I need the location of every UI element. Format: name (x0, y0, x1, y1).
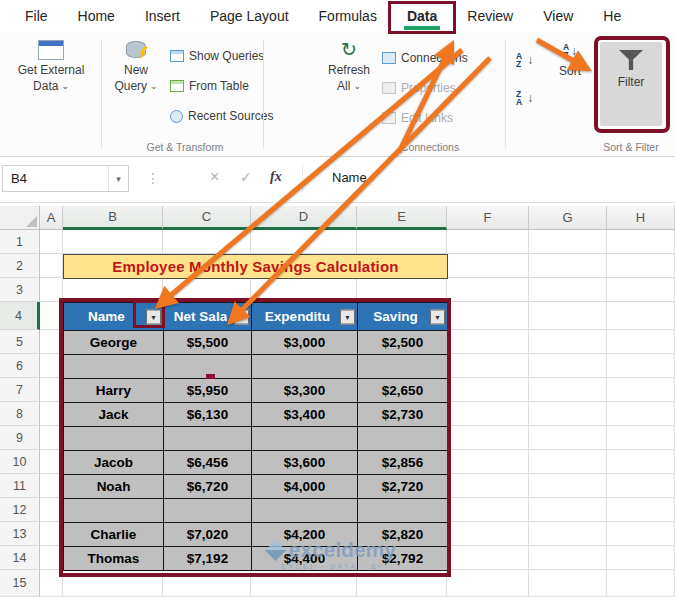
row-header-10[interactable]: 10 (0, 450, 40, 474)
column-header-B[interactable]: B (63, 206, 163, 230)
row-header-11[interactable]: 11 (0, 474, 40, 498)
column-header-F[interactable]: F (447, 206, 529, 230)
row-header-15[interactable]: 15 (0, 570, 40, 597)
row-header-3[interactable]: 3 (0, 278, 40, 302)
row-header-14[interactable]: 14 (0, 546, 40, 570)
excel-window: File Home Insert Page Layout Formulas Da… (0, 0, 675, 597)
row-header-1[interactable]: 1 (0, 230, 40, 254)
column-header-G[interactable]: G (529, 206, 607, 230)
row-header-4[interactable]: 4 (0, 302, 40, 330)
worksheet: ABCDEFGH 123456789101112131415 Employee … (0, 0, 675, 597)
column-header-D[interactable]: D (251, 206, 357, 230)
tab-data[interactable]: Data (392, 0, 452, 32)
title-cell-b2[interactable]: Employee Monthly Savings Calculation (63, 254, 448, 279)
row-header-12[interactable]: 12 (0, 498, 40, 522)
row-header-6[interactable]: 6 (0, 354, 40, 378)
gridline-vertical (528, 230, 529, 597)
row-header-13[interactable]: 13 (0, 522, 40, 546)
row-header-7[interactable]: 7 (0, 378, 40, 402)
row-header-5[interactable]: 5 (0, 330, 40, 354)
column-header-E[interactable]: E (357, 206, 447, 230)
column-header-A[interactable]: A (40, 206, 63, 230)
select-all-triangle-icon (26, 216, 37, 227)
gridline-vertical (606, 230, 607, 597)
annotation-box-data-tab (388, 1, 456, 34)
row-header-2[interactable]: 2 (0, 254, 40, 278)
annotation-box-table (59, 298, 451, 577)
column-header-C[interactable]: C (163, 206, 251, 230)
row-headers: 123456789101112131415 (0, 230, 40, 597)
column-headers: ABCDEFGH (40, 206, 675, 230)
row-header-8[interactable]: 8 (0, 402, 40, 426)
annotation-box-name-dropdown (133, 300, 165, 328)
annotation-box-filter (594, 36, 670, 133)
select-all-corner[interactable] (0, 206, 40, 230)
row-header-9[interactable]: 9 (0, 426, 40, 450)
column-header-H[interactable]: H (607, 206, 675, 230)
